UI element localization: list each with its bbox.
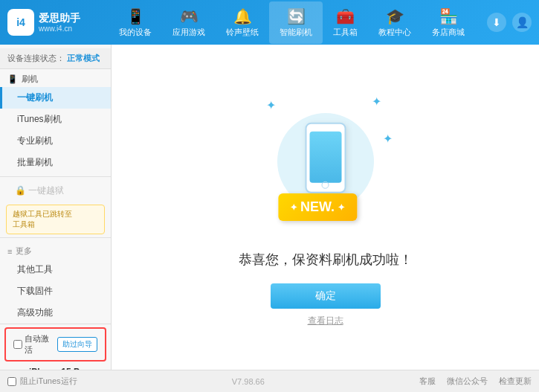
header-right: ⬇ 👤 xyxy=(487,13,532,32)
nav-apps-games[interactable]: 🎮 应用游戏 xyxy=(162,1,216,44)
sidebar-item-itunes-flash[interactable]: iTunes刷机 xyxy=(0,109,111,130)
sidebar-item-batch-flash[interactable]: 批量刷机 xyxy=(0,152,111,173)
footer-center: V7.98.66 xyxy=(92,377,404,386)
nav-smart-flash-icon: 🔄 xyxy=(287,7,306,25)
nav-service-icon: 🏪 xyxy=(439,7,458,25)
footer-left: 阻止iTunes运行 xyxy=(7,376,77,387)
sparkle-icon-1: ✦ xyxy=(266,98,276,112)
status-label: 设备连接状态： xyxy=(7,54,65,62)
logo-name: 爱思助手 xyxy=(39,12,80,25)
nav-toolbox-icon: 🧰 xyxy=(336,7,355,25)
sidebar-item-advanced[interactable]: 高级功能 xyxy=(0,302,111,324)
itunes-block-checkbox[interactable] xyxy=(7,377,16,386)
nav-ringtones-label: 铃声壁纸 xyxy=(226,27,259,38)
sidebar-item-other-tools[interactable]: 其他工具 xyxy=(0,259,111,280)
footer: 阻止iTunes运行 V7.98.66 客服 微信公众号 检查更新 xyxy=(0,370,539,392)
section-more-header: ≡ 更多 xyxy=(0,241,111,259)
sidebar-item-one-key-jailbreak: 🔒 一键越狱 xyxy=(0,180,111,202)
sidebar-item-download-firmware[interactable]: 下载固件 xyxy=(0,280,111,302)
flash-section-label: 刷机 xyxy=(22,74,38,85)
sidebar-bottom: 自动激活 助过向导 📱 iPhone 15 Pro Max 512GB iPho… xyxy=(0,324,111,370)
more-section-icon: ≡ xyxy=(7,247,12,256)
nav-ringtones[interactable]: 🔔 铃声壁纸 xyxy=(216,1,269,44)
auto-activate-checkbox[interactable] xyxy=(13,340,22,349)
version-text: V7.98.66 xyxy=(232,377,265,386)
footer-link-update[interactable]: 检查更新 xyxy=(499,376,532,387)
illustration-phone xyxy=(305,123,346,193)
nav-service[interactable]: 🏪 务店商城 xyxy=(422,1,475,44)
phone-home-button xyxy=(322,181,329,189)
nav-my-device[interactable]: 📱 我的设备 xyxy=(109,1,162,44)
header: i4 爱思助手 www.i4.cn 📱 我的设备 🎮 应用游戏 🔔 铃声壁纸 🔄… xyxy=(0,0,539,45)
star-left: ✦ xyxy=(290,202,297,213)
sidebar-warning-box: 越狱工具已跳转至工具箱 xyxy=(6,205,105,234)
nav-my-device-label: 我的设备 xyxy=(119,27,152,38)
highlight-box: 自动激活 助过向导 xyxy=(4,327,106,362)
nav-tutorial[interactable]: 🎓 教程中心 xyxy=(368,1,422,44)
new-badge-text: NEW. xyxy=(300,199,335,215)
success-title: 恭喜您，保资料刷机成功啦！ xyxy=(239,251,413,269)
logo-icon: i4 xyxy=(7,9,34,36)
phone-screen xyxy=(309,132,341,183)
section-flash-header: 📱 刷机 xyxy=(0,69,111,87)
device-row: 📱 iPhone 15 Pro Max 512GB iPhone xyxy=(0,364,111,370)
nav-apps-icon: 🎮 xyxy=(180,7,199,25)
nav-my-device-icon: 📱 xyxy=(126,7,145,25)
auto-activate-text: 自动激活 xyxy=(25,333,54,356)
download-icon[interactable]: ⬇ xyxy=(487,13,506,32)
nav-apps-label: 应用游戏 xyxy=(172,27,205,38)
sidebar-status: 设备连接状态： 正常模式 xyxy=(0,48,111,69)
nav-smart-flash-label: 智能刷机 xyxy=(280,27,312,38)
sidebar-item-pro-flash[interactable]: 专业刷机 xyxy=(0,130,111,152)
warning-text: 越狱工具已跳转至工具箱 xyxy=(13,210,72,228)
confirm-button[interactable]: 确定 xyxy=(271,283,381,309)
star-right: ✦ xyxy=(338,202,345,213)
device-name: iPhone 15 Pro Max xyxy=(29,367,105,370)
content-area: ✦ NEW. ✦ ✦ ✦ ✦ 恭喜您，保资料刷机成功啦！ 确定 查看日志 xyxy=(112,45,539,370)
nav-tutorial-icon: 🎓 xyxy=(386,7,404,25)
auto-activate-checkbox-label[interactable]: 自动激活 xyxy=(13,333,54,356)
sidebar-item-one-key-flash[interactable]: 一键刷机 xyxy=(0,87,111,109)
sidebar: 设备连接状态： 正常模式 📱 刷机 一键刷机 iTunes刷机 专业刷机 批量刷… xyxy=(0,45,112,370)
auto-activate-row: 自动激活 助过向导 xyxy=(7,330,103,359)
guide-button[interactable]: 助过向导 xyxy=(57,337,97,352)
footer-link-service[interactable]: 客服 xyxy=(419,376,436,387)
log-link[interactable]: 查看日志 xyxy=(308,315,343,327)
sidebar-divider-1 xyxy=(0,176,111,177)
logo-url: www.i4.cn xyxy=(39,25,80,33)
sparkle-icon-3: ✦ xyxy=(383,132,393,146)
more-section-label: 更多 xyxy=(16,245,32,257)
itunes-block-label: 阻止iTunes运行 xyxy=(20,376,77,387)
footer-right: 客服 微信公众号 检查更新 xyxy=(419,376,532,387)
sidebar-divider-2 xyxy=(0,237,111,238)
logo: i4 爱思助手 www.i4.cn xyxy=(7,9,82,36)
nav-ringtones-icon: 🔔 xyxy=(233,7,252,25)
nav-toolbox-label: 工具箱 xyxy=(333,27,358,38)
sparkle-icon-2: ✦ xyxy=(372,94,381,109)
user-icon[interactable]: 👤 xyxy=(512,13,532,32)
flash-section-icon: 📱 xyxy=(7,74,18,84)
nav-toolbox[interactable]: 🧰 工具箱 xyxy=(323,1,368,44)
nav-tutorial-label: 教程中心 xyxy=(378,27,411,38)
footer-link-wechat[interactable]: 微信公众号 xyxy=(447,376,488,387)
success-illustration: ✦ NEW. ✦ ✦ ✦ ✦ xyxy=(251,87,400,236)
status-value: 正常模式 xyxy=(67,54,100,62)
nav-smart-flash[interactable]: 🔄 智能刷机 xyxy=(269,1,323,44)
new-badge: ✦ NEW. ✦ xyxy=(278,193,357,221)
main: 设备连接状态： 正常模式 📱 刷机 一键刷机 iTunes刷机 专业刷机 批量刷… xyxy=(0,45,539,370)
device-info: iPhone 15 Pro Max 512GB iPhone xyxy=(29,367,105,370)
nav-bar: 📱 我的设备 🎮 应用游戏 🔔 铃声壁纸 🔄 智能刷机 🧰 工具箱 🎓 教程中心… xyxy=(97,1,487,44)
nav-service-label: 务店商城 xyxy=(432,27,465,38)
logo-letter: i4 xyxy=(16,16,25,28)
